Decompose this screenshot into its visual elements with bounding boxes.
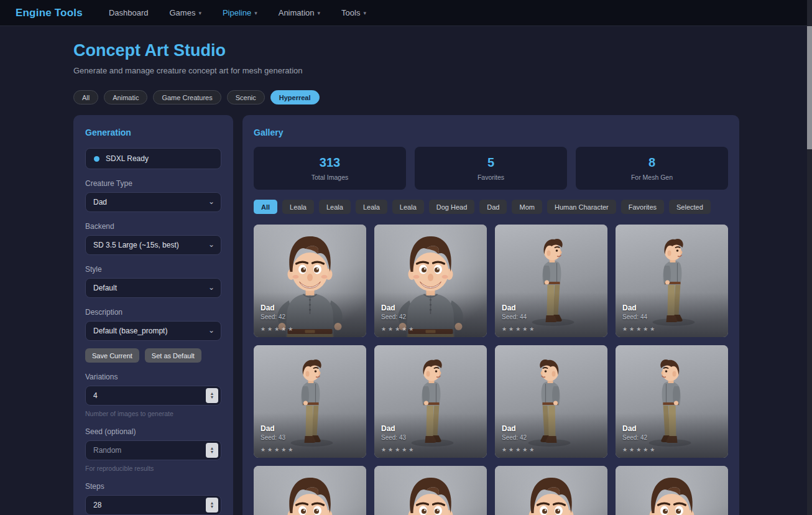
variations-field: ▲ ▼	[85, 386, 221, 406]
gallery-tabs-row: AllLealaLealaLealaLealaDog HeadDadMomHum…	[254, 200, 728, 214]
gallery-image-card[interactable]: Dad Seed: 42 ★★★★★	[254, 225, 366, 337]
card-title: Dad	[261, 424, 295, 433]
category-filter-all[interactable]: All	[73, 90, 98, 104]
category-filter-game-creatures[interactable]: Game Creatures	[153, 90, 221, 104]
backend-value: SD 3.5 Large (~15s, best)	[93, 241, 179, 249]
stat-card-total-images: 313 Total Images	[254, 147, 406, 190]
chevron-down-icon: ⌄	[208, 283, 215, 292]
seed-label: Seed (optional)	[85, 427, 221, 436]
gallery-tab-leala[interactable]: Leala	[282, 200, 314, 214]
card-seed: Seed: 42	[261, 313, 295, 320]
gallery-tab-human-character[interactable]: Human Character	[547, 200, 616, 214]
brand-logo[interactable]: Engine Tools	[16, 7, 83, 19]
card-seed: Seed: 42	[502, 434, 536, 441]
stepper-down-icon[interactable]: ▼	[210, 450, 215, 454]
variations-input[interactable]	[85, 386, 221, 406]
gallery-stats-row: 313 Total Images 5 Favorites 8 For Mesh …	[254, 147, 728, 190]
chevron-down-icon: ⌄	[208, 197, 215, 206]
nav-item-animation[interactable]: Animation ▾	[279, 8, 320, 17]
nav-item-tools[interactable]: Tools ▾	[341, 8, 366, 17]
generation-panel-title: Generation	[85, 128, 221, 137]
description-value: Default (base_prompt)	[93, 327, 167, 335]
card-star-rating[interactable]: ★★★★★	[261, 326, 295, 332]
card-seed: Seed: 43	[261, 434, 295, 441]
gallery-image-card[interactable]: Dad Seed: 42 ★★★★★	[374, 225, 487, 337]
steps-label: Steps	[85, 482, 221, 491]
category-filter-scenic[interactable]: Scenic	[227, 90, 265, 104]
card-title: Dad	[381, 304, 415, 312]
nav-item-dashboard[interactable]: Dashboard	[109, 8, 149, 17]
card-title: Dad	[502, 304, 536, 312]
gallery-image-card[interactable]: Dad Seed: 43 ★★★★★	[254, 345, 366, 458]
creature-type-label: Creature Type	[85, 179, 221, 188]
stat-card-favorites: 5 Favorites	[415, 147, 567, 190]
creature-type-value: Dad	[93, 198, 107, 206]
set-as-default-button[interactable]: Set as Default	[145, 348, 201, 363]
page-title: Concept Art Studio	[73, 41, 320, 60]
gallery-tab-leala[interactable]: Leala	[319, 200, 351, 214]
nav-menu: Dashboard Games ▾ Pipeline ▾ Animation ▾…	[109, 8, 366, 17]
gallery-tab-dad[interactable]: Dad	[479, 200, 507, 214]
steps-input[interactable]	[85, 495, 221, 515]
card-star-rating[interactable]: ★★★★★	[502, 447, 536, 453]
stat-label: Favorites	[478, 174, 504, 181]
stepper-down-icon[interactable]: ▼	[210, 396, 215, 399]
scrollbar-thumb[interactable]	[807, 26, 812, 149]
backend-select[interactable]: SD 3.5 Large (~15s, best) ⌄	[85, 235, 221, 255]
card-star-rating[interactable]: ★★★★★	[381, 447, 415, 453]
stat-value: 313	[320, 155, 340, 170]
gallery-image-card[interactable]: Dad Seed: 44 ★★★★★	[495, 225, 607, 337]
gallery-panel: Gallery 313 Total Images 5 Favorites 8 F…	[242, 115, 739, 515]
gallery-tab-mom[interactable]: Mom	[512, 200, 542, 214]
gallery-tab-leala[interactable]: Leala	[356, 200, 387, 214]
gallery-tab-leala[interactable]: Leala	[392, 200, 424, 214]
nav-item-label: Animation	[279, 8, 315, 17]
page-header: Concept Art Studio Generate and manage c…	[73, 41, 320, 104]
creature-type-select[interactable]: Dad ⌄	[85, 192, 221, 212]
style-select[interactable]: Default ⌄	[85, 278, 221, 298]
chevron-down-icon: ⌄	[208, 240, 215, 249]
gallery-tab-selected[interactable]: Selected	[669, 200, 711, 214]
card-star-rating[interactable]: ★★★★★	[381, 326, 415, 332]
card-title: Dad	[381, 424, 415, 433]
steps-stepper[interactable]: ▲ ▼	[206, 498, 218, 513]
caret-down-icon: ▾	[363, 10, 366, 16]
status-text: SDXL Ready	[106, 154, 149, 163]
card-title: Dad	[622, 304, 657, 312]
card-star-rating[interactable]: ★★★★★	[622, 326, 657, 332]
card-star-rating[interactable]: ★★★★★	[502, 326, 536, 332]
card-star-rating[interactable]: ★★★★★	[261, 447, 295, 453]
card-overlay: Dad Seed: 44 ★★★★★	[622, 304, 657, 332]
card-overlay: Dad Seed: 43 ★★★★★	[381, 424, 415, 453]
app-viewport: Engine Tools Dashboard Games ▾ Pipeline …	[0, 0, 812, 515]
nav-item-pipeline[interactable]: Pipeline ▾	[223, 8, 257, 17]
card-title: Dad	[261, 304, 295, 312]
gallery-image-card[interactable]: Dad Seed: 43 ★★★★★	[374, 345, 487, 458]
seed-input[interactable]	[85, 440, 221, 460]
variations-helper: Number of images to generate	[85, 410, 221, 417]
category-filter-hyperreal[interactable]: Hyperreal	[270, 90, 320, 104]
gallery-image-card[interactable]: Dad Seed: 44 ★★★★★	[616, 225, 728, 337]
seed-stepper[interactable]: ▲ ▼	[206, 443, 218, 458]
card-star-rating[interactable]: ★★★★★	[622, 447, 657, 453]
card-overlay: Dad Seed: 42 ★★★★★	[622, 424, 657, 453]
gallery-tab-all[interactable]: All	[254, 200, 277, 214]
gallery-image-card[interactable]	[254, 466, 366, 515]
gallery-image-card[interactable]: Dad Seed: 42 ★★★★★	[495, 345, 607, 458]
save-current-button[interactable]: Save Current	[85, 348, 139, 363]
style-label: Style	[85, 265, 221, 274]
gallery-image-card[interactable]	[616, 466, 728, 515]
nav-item-label: Tools	[341, 8, 360, 17]
variations-stepper[interactable]: ▲ ▼	[206, 388, 218, 403]
seed-field: ▲ ▼	[85, 440, 221, 460]
gallery-image-card[interactable]	[495, 466, 607, 515]
description-select[interactable]: Default (base_prompt) ⌄	[85, 321, 221, 341]
gallery-tab-dog-head[interactable]: Dog Head	[429, 200, 475, 214]
stepper-down-icon[interactable]: ▼	[210, 505, 215, 509]
gallery-image-card[interactable]	[374, 466, 487, 515]
category-filter-animatic[interactable]: Animatic	[104, 90, 147, 104]
gallery-tab-favorites[interactable]: Favorites	[621, 200, 664, 214]
gallery-image-card[interactable]: Dad Seed: 42 ★★★★★	[616, 345, 728, 458]
card-seed: Seed: 44	[622, 313, 657, 320]
nav-item-games[interactable]: Games ▾	[169, 8, 201, 17]
